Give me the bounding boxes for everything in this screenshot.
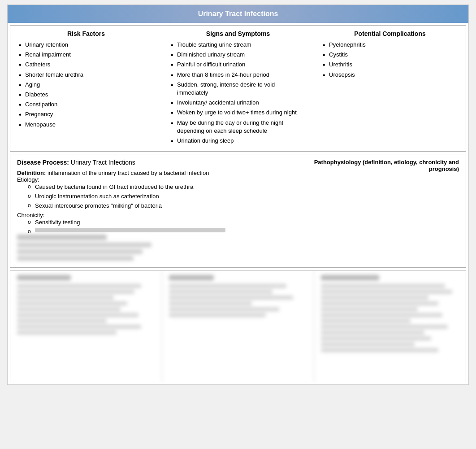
list-item: Renal impairment bbox=[17, 51, 155, 59]
disease-process-section: Disease Process: Urinary Tract Infection… bbox=[10, 154, 466, 268]
list-item: Caused by bacteria found in GI tract int… bbox=[26, 183, 289, 191]
chronicity-list: Sensitivity testing bbox=[26, 218, 289, 232]
pathophysiology-header: Pathophysiology (definition, etiology, c… bbox=[314, 159, 459, 172]
list-item: Urosepsis bbox=[321, 71, 459, 79]
list-item: Catheters bbox=[17, 61, 155, 69]
list-item: Sensitivity testing bbox=[26, 218, 289, 227]
risk-factors-list: Urinary retention Renal impairment Cathe… bbox=[17, 41, 155, 129]
main-container: Urinary Tract Infections Risk Factors Ur… bbox=[7, 4, 469, 385]
list-item bbox=[26, 228, 289, 232]
disease-process-label: Disease Process: bbox=[17, 159, 69, 166]
bottom-col-1 bbox=[10, 270, 162, 382]
disease-process-list: Definition: inflammation of the urinary … bbox=[17, 170, 289, 232]
list-item: Urination during sleep bbox=[169, 137, 307, 145]
blurred-disease-content bbox=[17, 235, 289, 261]
list-item: Painful or difficult urination bbox=[169, 61, 307, 69]
bottom-col-3-content bbox=[321, 284, 459, 352]
bottom-col-2-header bbox=[169, 275, 307, 280]
disease-process-header: Disease Process: Urinary Tract Infection… bbox=[17, 159, 289, 166]
signs-symptoms-column: Signs and Symptoms Trouble starting urin… bbox=[162, 26, 314, 151]
list-item: Woken by urge to void two+ times during … bbox=[169, 109, 307, 117]
list-item: Urologic instrumentation such as cathete… bbox=[26, 192, 289, 201]
risk-factors-header: Risk Factors bbox=[17, 30, 155, 37]
list-item: Etiology: Caused by bacteria found in GI… bbox=[17, 176, 289, 210]
bottom-col-1-header bbox=[17, 275, 155, 280]
list-item: Sudden, strong, intense desire to void i… bbox=[169, 81, 307, 97]
list-item: Sexual intercourse promotes "milking" of… bbox=[26, 202, 289, 210]
signs-symptoms-list: Trouble starting urine stream Diminished… bbox=[169, 41, 307, 145]
bottom-col-1-content bbox=[17, 284, 155, 335]
chronicity-label: Chronicity: bbox=[17, 212, 44, 218]
etiology-label: Etiology: bbox=[17, 176, 39, 183]
list-item: Pyelonephritis bbox=[321, 41, 459, 49]
complications-column: Potential Complications Pyelonephritis C… bbox=[314, 26, 466, 151]
bottom-col-2 bbox=[162, 270, 314, 382]
definition-text: inflammation of the urinary tract caused… bbox=[48, 170, 209, 176]
list-item: Definition: inflammation of the urinary … bbox=[17, 170, 289, 176]
list-item: Cystitis bbox=[321, 51, 459, 59]
list-item: Urethritis bbox=[321, 61, 459, 69]
list-item: Pregnancy bbox=[17, 110, 155, 118]
list-item: Shorter female urethra bbox=[17, 71, 155, 79]
top-section: Risk Factors Urinary retention Renal imp… bbox=[10, 25, 466, 152]
list-item: Urinary retention bbox=[17, 41, 155, 49]
complications-list: Pyelonephritis Cystitis Urethritis Urose… bbox=[321, 41, 459, 79]
list-item: May be during the day or during the nigh… bbox=[169, 119, 307, 135]
complications-header: Potential Complications bbox=[321, 30, 459, 37]
risk-factors-column: Risk Factors Urinary retention Renal imp… bbox=[10, 26, 162, 151]
definition-label: Definition: bbox=[17, 170, 46, 176]
list-item: Chronicity: Sensitivity testing bbox=[17, 212, 289, 232]
header-banner: Urinary Tract Infections bbox=[8, 5, 468, 23]
list-item: Involuntary/ accidental urination bbox=[169, 99, 307, 107]
etiology-list: Caused by bacteria found in GI tract int… bbox=[26, 183, 289, 210]
pathophysiology-side: Pathophysiology (definition, etiology, c… bbox=[289, 159, 459, 172]
bottom-col-3 bbox=[314, 270, 466, 382]
signs-symptoms-header: Signs and Symptoms bbox=[169, 30, 307, 37]
list-item: Trouble starting urine stream bbox=[169, 41, 307, 49]
bottom-section bbox=[10, 270, 466, 382]
bottom-col-2-content bbox=[169, 284, 307, 317]
header-title: Urinary Tract Infections bbox=[198, 10, 278, 18]
list-item: Diminished urinary stream bbox=[169, 51, 307, 59]
blurred-content bbox=[35, 228, 225, 232]
list-item: More than 8 times in 24-hour period bbox=[169, 71, 307, 79]
list-item: Menopause bbox=[17, 121, 155, 129]
list-item: Diabetes bbox=[17, 91, 155, 99]
disease-process-title: Urinary Tract Infections bbox=[71, 159, 135, 166]
list-item: Constipation bbox=[17, 100, 155, 109]
bottom-col-3-header bbox=[321, 275, 459, 280]
list-item: Aging bbox=[17, 81, 155, 89]
